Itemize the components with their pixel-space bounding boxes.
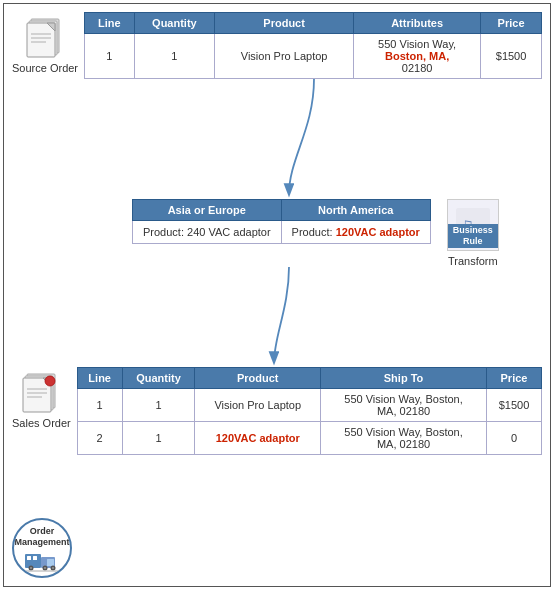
arrow-svg-1 — [4, 79, 551, 199]
decision-option2-value: Product: 120VAC adaptor — [281, 221, 430, 244]
svg-point-23 — [30, 567, 32, 569]
business-rule-icon: ♫ BusinessRule — [447, 199, 499, 251]
source-attr-1: 550 Vision Way, Boston, MA, 02180 — [354, 34, 481, 79]
svg-point-27 — [52, 567, 54, 569]
sales-qty-1: 1 — [122, 389, 195, 422]
sales-price-1: $1500 — [486, 389, 541, 422]
svg-rect-21 — [47, 559, 54, 566]
table-row: 1 1 Vision Pro Laptop 550 Vision Way, Bo… — [77, 389, 541, 422]
arrow-area-2 — [4, 267, 550, 367]
source-attributes-header: Attributes — [354, 13, 481, 34]
main-container: Source Order Line Quantity Product Attri… — [3, 3, 551, 587]
decision-row: Product: 240 VAC adaptor Product: 120VAC… — [133, 221, 431, 244]
truck-icon — [24, 550, 60, 572]
source-price-1: $1500 — [481, 34, 542, 79]
decision-tables: Asia or Europe North America Product: 24… — [132, 199, 431, 244]
arrow-area-1 — [4, 79, 550, 199]
sales-shipto-1: 550 Vision Way, Boston,MA, 02180 — [321, 389, 487, 422]
decision-table: Asia or Europe North America Product: 24… — [132, 199, 431, 244]
svg-point-25 — [44, 567, 46, 569]
sales-order-icon: Sales Order — [12, 371, 71, 430]
arrow-svg-2 — [4, 267, 551, 367]
sales-order-section: Sales Order Line Quantity Product Ship T… — [4, 367, 550, 463]
source-order-section: Source Order Line Quantity Product Attri… — [4, 4, 550, 79]
transform-area: Asia or Europe North America Product: 24… — [4, 199, 550, 267]
source-order-table: Line Quantity Product Attributes Price 1… — [84, 12, 542, 79]
sales-price-2: 0 — [486, 422, 541, 455]
sales-order-table: Line Quantity Product Ship To Price 1 1 … — [77, 367, 542, 455]
decision-option1-header: Asia or Europe — [133, 200, 282, 221]
svg-rect-2 — [27, 23, 55, 57]
sales-line-header: Line — [77, 368, 122, 389]
order-management-icon: OrderManagement — [12, 518, 72, 578]
source-quantity-header: Quantity — [134, 13, 214, 34]
sales-price-header: Price — [486, 368, 541, 389]
sales-product-1: Vision Pro Laptop — [195, 389, 321, 422]
table-row: 2 1 120VAC adaptor 550 Vision Way, Bosto… — [77, 422, 541, 455]
source-product-header: Product — [215, 13, 354, 34]
sales-product-header: Product — [195, 368, 321, 389]
sales-qty-2: 1 — [122, 422, 195, 455]
source-order-label: Source Order — [12, 62, 78, 75]
order-management: OrderManagement — [12, 518, 72, 578]
sales-line-2: 2 — [77, 422, 122, 455]
svg-rect-19 — [33, 556, 37, 560]
transform-label: Transform — [448, 255, 498, 267]
source-product-1: Vision Pro Laptop — [215, 34, 354, 79]
business-rule-box: ♫ BusinessRule Transform — [447, 199, 499, 267]
source-line-header: Line — [85, 13, 135, 34]
sales-shipto-header: Ship To — [321, 368, 487, 389]
svg-rect-18 — [27, 556, 31, 560]
sales-order-label: Sales Order — [12, 417, 71, 430]
sales-line-1: 1 — [77, 389, 122, 422]
sales-product-2: 120VAC adaptor — [195, 422, 321, 455]
sales-shipto-2: 550 Vision Way, Boston,MA, 02180 — [321, 422, 487, 455]
source-order-icon: Source Order — [12, 16, 78, 75]
svg-point-16 — [45, 376, 55, 386]
source-line-1: 1 — [85, 34, 135, 79]
source-qty-1: 1 — [134, 34, 214, 79]
sales-quantity-header: Quantity — [122, 368, 195, 389]
om-title-label: OrderManagement — [14, 524, 69, 550]
document-stack-icon — [26, 16, 64, 60]
table-row: 1 1 Vision Pro Laptop 550 Vision Way, Bo… — [85, 34, 542, 79]
source-price-header: Price — [481, 13, 542, 34]
business-rule-label: BusinessRule — [448, 224, 498, 248]
decision-option2-header: North America — [281, 200, 430, 221]
sales-doc-icon — [22, 371, 60, 415]
decision-option1-value: Product: 240 VAC adaptor — [133, 221, 282, 244]
